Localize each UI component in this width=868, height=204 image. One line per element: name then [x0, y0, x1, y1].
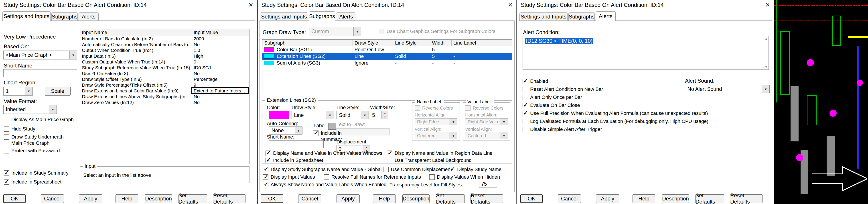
chevron-down-icon[interactable]: ▼	[361, 111, 369, 119]
cancel-button[interactable]: Cancel	[41, 195, 64, 203]
column-header-input-value[interactable]: Input Value	[192, 29, 249, 36]
table-row[interactable]: Input Data (In:6)High	[80, 53, 249, 59]
color-swatch-button[interactable]	[269, 111, 289, 119]
checkbox-display-values-when-hidden[interactable]: Display Values When Hidden	[429, 174, 500, 180]
checkbox-use-common-displacement[interactable]: Use Common Displacement	[383, 166, 452, 173]
graph-draw-type-select[interactable]: Custom ▼	[309, 27, 361, 36]
ok-button[interactable]: OK	[3, 195, 26, 203]
table-row[interactable]: Automatically Clear from Before 'Number …	[80, 42, 249, 48]
vertical-align-select[interactable]: Centered ▼	[465, 132, 508, 139]
description-button[interactable]: Description	[402, 195, 430, 203]
vertical-align-select[interactable]: Centered ▼	[415, 132, 457, 139]
checkbox-display-input-values[interactable]: Display Input Values	[263, 174, 315, 180]
help-button[interactable]: Help	[116, 195, 138, 203]
checkbox-resolve-full-names[interactable]: Resolve Full Names for Reference Inputs	[324, 174, 421, 180]
reset-defaults-button[interactable]: Reset Defaults	[470, 195, 503, 203]
checkbox-log-evaluated-formula[interactable]: Log Evaluated Formula at Each Evaluation…	[523, 118, 708, 124]
table-row[interactable]: Output When Condition True (In:4)1.0	[80, 48, 249, 53]
transparency-level-input[interactable]	[479, 180, 497, 188]
spinner-up-icon[interactable]: ▲	[382, 111, 388, 115]
checkbox-display-name-value-chart-values[interactable]: Display Name and Value in Chart Values W…	[266, 150, 382, 156]
scale-button[interactable]: Scale	[45, 87, 70, 95]
checkbox-hide-study[interactable]: Hide Study	[4, 126, 35, 132]
spinner-up-icon[interactable]: ▲	[363, 145, 370, 149]
column-header-draw-style[interactable]: Draw Style	[353, 40, 393, 46]
table-row[interactable]: Number of Bars to Calculate (In:2)2000	[80, 36, 249, 42]
table-row[interactable]: Draw Extension Lines Above Study Subgrap…	[80, 94, 249, 99]
based-on-select[interactable]: <Main Price Graph> ▼	[3, 51, 77, 59]
checkbox-use-transparent-label-background[interactable]: Use Transparent Label Background	[387, 157, 472, 164]
checkbox-reverse-colors[interactable]: Reverse Colors	[465, 105, 503, 111]
apply-button[interactable]: Apply	[337, 195, 360, 203]
chevron-down-icon[interactable]: ▼	[762, 85, 769, 93]
help-button[interactable]: Help	[632, 195, 655, 203]
help-button[interactable]: Help	[373, 195, 396, 203]
draw-style-select[interactable]: Line ▼	[291, 111, 334, 119]
column-header-subgraph[interactable]: Subgraph	[262, 40, 353, 46]
reset-defaults-button[interactable]: Reset Defaults	[213, 195, 246, 203]
column-header-width[interactable]: Width	[430, 40, 452, 46]
ok-button[interactable]: OK	[261, 195, 283, 203]
alert-condition-input[interactable]: ID12.SG30 < TIME(0, 0, 10) ▲ ▼	[523, 36, 769, 70]
chevron-down-icon[interactable]: ▼	[295, 127, 302, 134]
chart-region-select[interactable]: 1 ▼	[3, 87, 33, 95]
checkbox-display-as-main-price-graph[interactable]: Display As Main Price Graph	[4, 116, 77, 123]
scroll-down-icon[interactable]: ▼	[765, 65, 768, 68]
chevron-down-icon[interactable]: ▼	[69, 51, 77, 59]
table-row[interactable]: Use -1 On False (In:3)No	[80, 70, 249, 77]
value-format-select[interactable]: Inherited ▼	[3, 105, 57, 114]
line-style-select[interactable]: Solid ▼	[337, 111, 369, 119]
checkbox-include-in-spreadsheet[interactable]: Include in Spreadsheet	[266, 157, 323, 164]
set-defaults-button[interactable]: Set Defaults	[178, 195, 207, 203]
checkbox-label-draw[interactable]: Label	[306, 122, 326, 129]
short-name-input[interactable]	[3, 69, 77, 77]
checkbox-include-in-study-summary[interactable]: Include in Study Summary	[4, 170, 68, 176]
checkbox-display-subgraphs-name-value-global[interactable]: Display Study Subgraphs Name and Value -…	[263, 166, 382, 173]
apply-button[interactable]: Apply	[79, 195, 102, 203]
cancel-button[interactable]: Cancel	[558, 195, 581, 203]
scroll-up-icon[interactable]: ▲	[765, 37, 768, 40]
column-header-line-style[interactable]: Line Style	[393, 40, 430, 46]
short-name-input[interactable]	[269, 140, 323, 148]
checkbox-include-in-spreadsheet[interactable]: Include in Spreadsheet	[4, 179, 61, 185]
checkbox-enabled[interactable]: Enabled	[523, 78, 548, 84]
table-row[interactable]: Study Subgraph Reference Value When True…	[80, 65, 249, 70]
column-header-line-label[interactable]: Line Label	[452, 40, 512, 46]
checkbox-protect-with-password[interactable]: Protect with Password	[4, 148, 60, 154]
checkbox-display-study-name[interactable]: Display Study Name	[450, 166, 501, 173]
description-button[interactable]: Description	[662, 195, 689, 203]
checkbox-reset-alert-condition[interactable]: Reset Alert Condition on New Bar	[523, 86, 603, 92]
auto-coloring-select[interactable]: None ▼	[269, 126, 303, 135]
checkbox-draw-study-underneath[interactable]: Draw Study Underneath Main Price Graph	[4, 134, 70, 146]
checkbox-display-name-value-region-data[interactable]: Display Name and Value in Region Data Li…	[387, 150, 493, 156]
subgraph-row-color-bar[interactable]: Color Bar (SG1) Point On Low - 5 -	[262, 46, 512, 53]
subgraph-row-extension-lines[interactable]: Extension Lines (SG2) Line Solid 5 -	[262, 53, 512, 60]
table-row[interactable]: Draw Zero Values (In:12)No	[80, 99, 249, 105]
cancel-button[interactable]: Cancel	[298, 195, 321, 203]
set-defaults-button[interactable]: Set Defaults	[695, 195, 724, 203]
width-size-spinner[interactable]: 5 ▲▼	[370, 111, 389, 119]
checkbox-reverse-colors[interactable]: Reverse Colors	[415, 105, 453, 111]
table-row[interactable]: Custom Output Value When True (In:14)0	[80, 59, 249, 65]
table-row[interactable]: Draw Style Offset Type (In:8)Percentage	[80, 77, 249, 82]
checkbox-disable-simple-alert[interactable]: Disable Simple Alert After Trigger	[523, 126, 602, 133]
chevron-down-icon[interactable]: ▼	[326, 111, 334, 119]
checkbox-use-full-precision[interactable]: Use Full Precision When Evaluating Alert…	[523, 110, 708, 116]
set-defaults-button[interactable]: Set Defaults	[436, 195, 465, 203]
horizontal-align-select[interactable]: Right Edge ▼	[415, 118, 457, 125]
alert-sound-select[interactable]: No Alert Sound ▼	[685, 85, 770, 93]
label-color-swatch[interactable]	[328, 123, 336, 129]
chevron-down-icon[interactable]: ▼	[25, 87, 32, 95]
horizontal-align-select[interactable]: Right Side Valu ▼	[465, 118, 508, 125]
ok-button[interactable]: OK	[520, 195, 542, 203]
description-button[interactable]: Description	[145, 195, 172, 203]
checkbox-alert-once-per-bar[interactable]: Alert Only Once per Bar	[523, 94, 582, 100]
checkbox-evaluate-on-bar-close[interactable]: Evaluate On Bar Close	[523, 102, 580, 109]
subgraph-row-sum-of-alerts[interactable]: Sum of Alerts (SG3) Ignore - - -	[262, 60, 512, 66]
reset-defaults-button[interactable]: Reset Defaults	[730, 195, 763, 203]
apply-button[interactable]: Apply	[596, 195, 619, 203]
chevron-down-icon[interactable]: ▼	[49, 105, 57, 114]
spinner-down-icon[interactable]: ▼	[382, 115, 388, 119]
checkbox-always-show-name-value-labels[interactable]: Always Show Name and Value Labels When E…	[263, 181, 386, 188]
checkbox-use-chart-graphics-settings[interactable]: Use Chart Graphics Settings For Subgraph…	[379, 28, 495, 34]
